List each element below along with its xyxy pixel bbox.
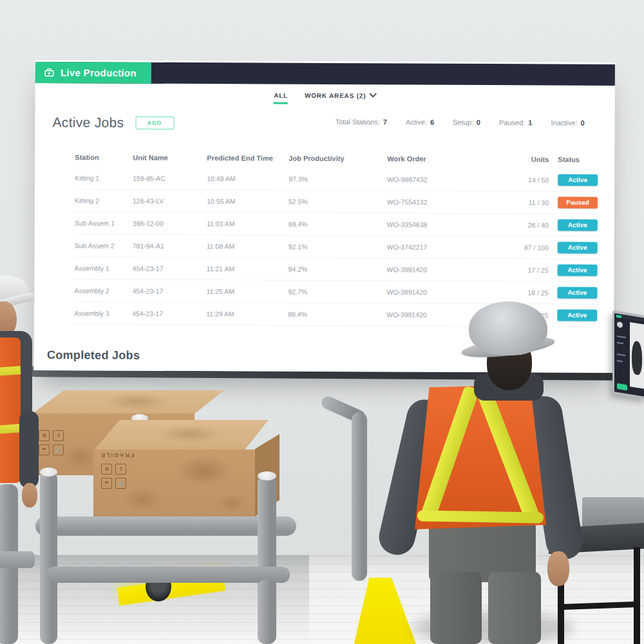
side-display-text-line <box>617 336 626 338</box>
cell-unit-name: 159-85-AC <box>133 175 207 183</box>
status-badge[interactable]: Active <box>558 220 598 231</box>
status-badge[interactable]: Paused <box>558 197 598 209</box>
bench-equipment <box>582 497 644 527</box>
tab-work-areas[interactable]: WORK AREAS (2) <box>305 91 376 99</box>
avatar <box>617 321 623 328</box>
cell-unit-name: 454-23-17 <box>133 265 207 273</box>
cell-station: Sub Assem 1 <box>75 219 133 227</box>
column-header: Status <box>558 156 599 164</box>
completed-jobs-title: Completed Jobs <box>47 348 140 363</box>
tab-all-label: ALL <box>274 91 288 99</box>
worker-leg <box>430 572 482 644</box>
cell-units: 26 / 40 <box>495 221 558 229</box>
active-tab-underline <box>274 102 288 104</box>
side-display-text-line <box>617 354 625 356</box>
column-header: Work Order <box>387 155 495 163</box>
shipping-symbol-icon: ☂ <box>101 478 112 489</box>
worker-right <box>392 301 574 644</box>
live-production-tab[interactable]: Live Production <box>35 62 151 84</box>
station-stats: Total Stations:7Active:6Setup:0Paused:1I… <box>336 118 585 127</box>
shipping-symbol-icon: ⚱ <box>115 464 126 475</box>
cell-job-productivity: 94.2% <box>289 265 387 274</box>
tab-work-areas-label: WORK AREAS (2) <box>305 91 366 99</box>
side-display-product-image <box>632 341 642 376</box>
cell-job-productivity: 97.3% <box>289 175 387 184</box>
safety-vest <box>0 337 21 483</box>
worker-hand <box>22 483 37 507</box>
cell-job-productivity: 92.1% <box>289 243 387 251</box>
cell-predicted-end-time: 11:08 AM <box>207 242 289 251</box>
scene-canvas: Live Production ALL WORK AREAS (2) Activ… <box>0 0 644 644</box>
worker-hand <box>547 551 569 586</box>
cell-unit-name: 454-23-17 <box>132 287 206 296</box>
stat-item: Setup:0 <box>453 118 480 126</box>
filter-tabs: ALL WORK AREAS (2) <box>35 83 615 108</box>
column-header: Unit Name <box>133 154 207 162</box>
cart-lower-shelf <box>0 551 35 568</box>
top-navbar: Live Production <box>35 62 615 86</box>
cell-job-productivity: 88.4% <box>289 220 387 229</box>
cell-station: Assembly 1 <box>75 264 133 272</box>
cell-units: 87 / 100 <box>495 243 558 251</box>
cell-units: 14 / 50 <box>495 176 558 184</box>
side-display-screen <box>614 313 644 396</box>
side-display-text-line <box>617 342 623 345</box>
cell-job-productivity: 52.5% <box>289 198 387 206</box>
cell-station: Sub Assem 2 <box>75 242 133 249</box>
cell-units: 16 / 25 <box>494 289 557 296</box>
cart-leg <box>40 580 57 644</box>
cardboard-box-top <box>93 420 269 451</box>
cell-predicted-end-time: 11:03 AM <box>207 220 289 228</box>
column-header: Units <box>495 155 558 163</box>
table-header-row: StationUnit NamePredicted End TimeJob Pr… <box>75 151 599 166</box>
cell-unit-name: 398-12-00 <box>133 220 207 228</box>
status-badge[interactable]: Active <box>557 287 597 299</box>
table-row: Kitting 1159-85-AC10:49 AM97.3%WO-986743… <box>75 167 599 192</box>
page-title: Active Jobs <box>53 115 124 130</box>
cell-predicted-end-time: 10:49 AM <box>207 175 289 183</box>
worker-left <box>0 276 48 515</box>
add-button[interactable]: ADD <box>135 117 174 129</box>
tab-all[interactable]: ALL <box>274 91 288 99</box>
side-station-display <box>612 310 644 399</box>
fragile-label: FRAGILE <box>100 452 135 459</box>
cell-work-order: WO-3991420 <box>387 265 495 274</box>
status-badge[interactable]: Active <box>558 242 598 254</box>
cell-work-order: WO-3354638 <box>387 220 495 229</box>
cart-post-cap <box>258 471 276 480</box>
column-header: Station <box>75 153 133 161</box>
table-row: Kitting 2126-43-LV10:55 AM52.5%WO-755413… <box>75 189 599 214</box>
cell-units: 11 / 30 <box>495 198 558 206</box>
cell-predicted-end-time: 10:55 AM <box>207 197 289 205</box>
worker-leg <box>488 572 541 644</box>
side-display-text-line <box>617 360 623 362</box>
table-row: Sub Assem 1398-12-0011:03 AM88.4%WO-3354… <box>75 212 599 237</box>
cell-units: 17 / 25 <box>495 266 558 274</box>
cell-work-order: WO-3991420 <box>386 288 494 296</box>
worker-arm <box>19 411 39 488</box>
stat-item: Inactive:0 <box>551 118 584 126</box>
app-title: Live Production <box>61 67 137 79</box>
cell-work-order: WO-9867432 <box>387 175 495 184</box>
cell-job-productivity: 89.4% <box>288 310 386 319</box>
cell-job-productivity: 92.7% <box>288 288 386 296</box>
cell-status: Active <box>558 175 599 186</box>
cell-predicted-end-time: 11:21 AM <box>207 265 289 273</box>
chevron-down-icon <box>369 93 376 98</box>
status-badge[interactable]: Active <box>558 265 598 276</box>
table-row: Sub Assem 2781-94-A111:08 AM92.1%WO-3742… <box>75 234 599 260</box>
cell-status: Active <box>558 265 599 276</box>
cell-predicted-end-time: 11:25 AM <box>206 287 288 296</box>
hard-hat <box>469 301 547 355</box>
status-badge[interactable]: Active <box>558 175 598 186</box>
reflective-strap <box>417 510 544 523</box>
column-header: Job Productivity <box>289 155 387 163</box>
side-display-product-panel <box>630 322 644 388</box>
cell-work-order: WO-7554132 <box>387 198 495 206</box>
table-row: Assembly 1454-23-1711:21 AM94.2%WO-39914… <box>75 257 599 282</box>
side-display-green-button <box>617 383 627 391</box>
cell-status: Active <box>558 242 599 254</box>
toolbox-plus-icon <box>44 67 55 78</box>
cell-predicted-end-time: 11:29 AM <box>206 310 288 318</box>
cell-station: Kitting 2 <box>75 196 133 204</box>
